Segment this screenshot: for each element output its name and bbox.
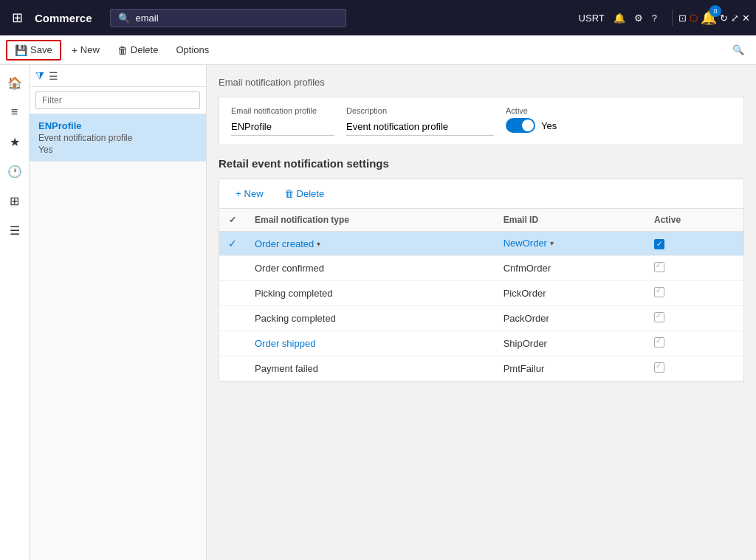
row-type[interactable]: Picking completed xyxy=(246,281,495,306)
sidebar-grid-icon[interactable]: ⊞ xyxy=(3,189,27,212)
filter-input[interactable] xyxy=(35,91,200,109)
row-check[interactable] xyxy=(219,356,246,381)
office-icon[interactable]: ⬡ xyxy=(690,13,698,24)
row-email-id[interactable]: PmtFailur xyxy=(495,356,645,381)
row-type[interactable]: Order shipped xyxy=(246,331,495,356)
row-type[interactable]: Order created▾ xyxy=(246,232,495,256)
refresh-icon[interactable]: ↻ xyxy=(720,13,728,24)
list-filter-icon[interactable]: ⧩ xyxy=(35,69,44,82)
app-grid-icon[interactable]: ⊞ xyxy=(6,7,29,29)
toolbar-search-icon[interactable]: 🔍 xyxy=(726,41,750,58)
row-active[interactable]: ✓ xyxy=(645,331,743,356)
sidebar-star-icon[interactable]: ★ xyxy=(3,130,27,153)
grid-section: + New 🗑 Delete ✓ Email notification type… xyxy=(219,179,744,382)
save-button[interactable]: 💾 Save xyxy=(6,40,61,61)
new-button[interactable]: + New xyxy=(64,41,107,59)
active-checkbox-unchecked[interactable]: ✓ xyxy=(654,362,664,373)
row-active[interactable]: ✓ xyxy=(645,281,743,306)
table-row[interactable]: ✓Order created▾NewOrder▾✓ xyxy=(219,232,743,256)
left-sidebar: 🏠 ≡ ★ 🕐 ⊞ ☰ xyxy=(0,65,30,560)
help-icon[interactable]: ? xyxy=(652,13,657,24)
notif-badge[interactable]: 🔔 0 xyxy=(701,10,717,26)
row-email-id[interactable]: PickOrder xyxy=(495,281,645,306)
delete-button[interactable]: 🗑 Delete xyxy=(110,41,166,59)
row-active[interactable]: ✓ xyxy=(645,306,743,331)
settings-icon[interactable]: ⚙ xyxy=(634,13,643,24)
row-check[interactable] xyxy=(219,256,246,281)
table-header-row: ✓ Email notification type Email ID Activ… xyxy=(219,209,743,232)
plus-icon: + xyxy=(72,44,78,56)
row-check[interactable] xyxy=(219,281,246,306)
table-row[interactable]: Packing completedPackOrder✓ xyxy=(219,306,743,331)
user-label: USRT xyxy=(579,13,605,24)
bell-icon[interactable]: 🔔 xyxy=(614,13,625,24)
sidebar-list-icon[interactable]: ☰ xyxy=(3,218,27,242)
list-panel-toolbar: ⧩ ☰ xyxy=(30,65,206,87)
row-active[interactable]: ✓ xyxy=(645,256,743,281)
chevron-down-icon: ▾ xyxy=(317,240,320,248)
grid-delete-button[interactable]: 🗑 Delete xyxy=(277,185,332,202)
row-type[interactable]: Order confirmed xyxy=(246,256,495,281)
app-title: Commerce xyxy=(35,12,92,24)
row-email-id[interactable]: ShipOrder xyxy=(495,331,645,356)
table-row[interactable]: Order shippedShipOrder✓ xyxy=(219,331,743,356)
row-check[interactable]: ✓ xyxy=(219,232,246,256)
top-nav: ⊞ Commerce 🔍 USRT 🔔 ⚙ ? ⊡ ⬡ 🔔 0 ↻ ⤢ ✕ xyxy=(0,0,756,35)
description-input[interactable] xyxy=(346,118,494,136)
row-check[interactable] xyxy=(219,331,246,356)
check-mark-icon: ✓ xyxy=(228,238,237,249)
expand-icon[interactable]: ⤢ xyxy=(731,13,739,24)
sidebar-clock-icon[interactable]: 🕐 xyxy=(3,159,27,183)
table-row[interactable]: Payment failedPmtFailur✓ xyxy=(219,356,743,381)
row-check[interactable] xyxy=(219,306,246,331)
sidebar-home-icon[interactable]: 🏠 xyxy=(3,71,27,94)
row-email-id[interactable]: PackOrder xyxy=(495,306,645,331)
email-chevron-icon: ▾ xyxy=(550,239,554,247)
table-row[interactable]: Picking completedPickOrder✓ xyxy=(219,281,743,306)
col-active: Active xyxy=(645,209,743,232)
active-checkbox-unchecked[interactable]: ✓ xyxy=(654,312,664,322)
active-section: Active Yes xyxy=(506,106,557,133)
active-checkbox-checked[interactable]: ✓ xyxy=(654,239,664,249)
row-active[interactable]: ✓ xyxy=(645,356,743,381)
active-checkbox-unchecked[interactable]: ✓ xyxy=(654,337,664,348)
active-checkbox-unchecked[interactable]: ✓ xyxy=(654,262,664,272)
broadcast-icon[interactable]: ⊡ xyxy=(678,13,687,24)
sidebar-filter-icon[interactable]: ≡ xyxy=(3,100,27,124)
row-type-link[interactable]: Order created▾ xyxy=(255,238,486,249)
save-icon: 💾 xyxy=(15,44,27,56)
search-input[interactable] xyxy=(136,13,339,24)
grid-plus-icon: + xyxy=(236,188,241,199)
notif-count: 0 xyxy=(709,5,721,17)
row-active[interactable]: ✓ xyxy=(645,232,743,256)
profile-field: Email notification profile xyxy=(231,106,334,136)
toggle-thumb xyxy=(522,120,534,131)
close-icon[interactable]: ✕ xyxy=(742,13,750,24)
grid-section-header: Retail event notification settings xyxy=(219,157,744,170)
options-button[interactable]: Options xyxy=(168,41,216,58)
row-type[interactable]: Payment failed xyxy=(246,356,495,381)
row-email-id[interactable]: CnfmOrder xyxy=(495,256,645,281)
search-bar: 🔍 xyxy=(110,9,347,27)
col-type: Email notification type xyxy=(246,209,495,232)
active-toggle[interactable] xyxy=(506,118,535,133)
nav-icons: USRT 🔔 ⚙ ? ⊡ ⬡ 🔔 0 ↻ ⤢ ✕ xyxy=(579,10,750,26)
section-title: Email notification profiles xyxy=(219,77,744,88)
list-view-icon[interactable]: ☰ xyxy=(49,70,58,82)
toolbar: 💾 Save + New 🗑 Delete Options 🔍 xyxy=(0,35,756,65)
active-row: Yes xyxy=(506,118,557,133)
list-panel: ⧩ ☰ ENProfile Event notification profile… xyxy=(30,65,207,560)
table-row[interactable]: Order confirmedCnfmOrder✓ xyxy=(219,256,743,281)
notifications-table: ✓ Email notification type Email ID Activ… xyxy=(219,209,743,381)
grid-new-button[interactable]: + New xyxy=(228,185,271,202)
main-layout: 🏠 ≡ ★ 🕐 ⊞ ☰ ⧩ ☰ ENProfile Event notifica… xyxy=(0,65,756,560)
list-item[interactable]: ENProfile Event notification profile Yes xyxy=(30,114,206,162)
row-type-link[interactable]: Order shipped xyxy=(255,338,486,349)
delete-icon: 🗑 xyxy=(117,44,128,56)
active-checkbox-unchecked[interactable]: ✓ xyxy=(654,287,664,297)
row-type[interactable]: Packing completed xyxy=(246,306,495,331)
row-email-id[interactable]: NewOrder▾ xyxy=(495,232,645,255)
description-field: Description xyxy=(346,106,494,136)
profile-input[interactable] xyxy=(231,118,334,136)
grid-delete-icon: 🗑 xyxy=(284,188,294,199)
